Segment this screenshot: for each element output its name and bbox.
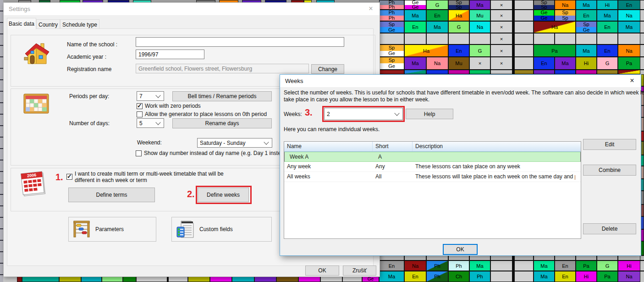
chevron-down-icon [155,120,160,125]
help-button[interactable]: Help [406,109,453,119]
weeks-description-line1: Select the number of weeks. This is usef… [284,89,644,96]
timetable-cell: Pa [597,271,618,282]
weekend-select[interactable]: Saturday - Sunday [197,138,272,148]
allow-zero-period-checkbox[interactable] [137,111,143,117]
timetable-cell: PhPh [379,10,404,21]
chevron-down-icon [264,139,269,144]
grid-line [379,0,644,0]
timetable-cell: Ha [534,21,576,33]
day-number-label: Show day number instead of day name (e.g… [144,150,292,156]
timetable-cell [490,70,512,74]
number-of-days-select[interactable]: 5 [137,118,164,128]
tab-schedule-type[interactable]: Schedule type [60,19,99,29]
weeks-count-select[interactable]: 2 [324,108,403,120]
weekend-label: Weekend: [137,139,162,146]
weeks-table-body: Week AAWeek BBAny weekAnyThese lessons c… [284,152,581,182]
timetable-cell-top: Ph [380,10,404,16]
table-row[interactable]: Any weekAnyThese lessons can take place … [284,162,581,172]
table-cell-short: Any [373,162,413,171]
timetable-cell-bottom: Ge [380,51,404,57]
timetable-cell: En [597,44,618,57]
change-button[interactable]: Change [311,64,344,74]
timetable-cell: Mu [469,10,490,21]
column-header-short[interactable]: Short [373,142,413,151]
tab-basic-data[interactable]: Basic data [7,18,36,29]
academic-year-input[interactable]: 1996/97 [136,50,204,59]
chevron-down-icon [155,93,160,98]
timetable-cell: Ma [597,10,618,21]
multiweek-checkbox[interactable] [66,174,72,180]
define-weeks-button[interactable]: Define weeks [198,188,249,202]
timetable-cell-bottom: Ge [534,16,554,21]
timetable-cell [597,70,618,74]
define-terms-button[interactable]: Define terms [68,188,155,202]
table-row[interactable]: All weeksAllThese lessons will take plac… [284,172,581,182]
periods-per-day-select[interactable]: 7 [137,91,164,101]
timetable-cell: En [576,10,597,21]
timetable-cell: SpGe [379,21,404,33]
timetable-cell [534,33,555,44]
bell-times-button[interactable]: Bell times / Rename periods [172,91,272,101]
timetable-cell: Ma [555,57,576,70]
timetable-cell: Ma [469,260,490,271]
zero-periods-checkbox[interactable] [137,103,143,109]
timetable-cell: SpSp [534,0,555,10]
timetable-cell: Pa [576,260,597,271]
grid-line [379,69,644,70]
school-name-input[interactable] [136,37,344,47]
grid-line [379,271,644,271]
custom-fields-icon [176,220,195,239]
timetable-cell: Ma [534,260,555,271]
timetable-cell [426,33,448,44]
number-of-days-value: 5 [139,120,143,127]
timetable-cell: Hi [576,271,597,282]
settings-ok-button[interactable]: OK [305,265,339,276]
timetable-cell [404,70,426,74]
timetable-cell-top: Sp [380,22,404,27]
delete-button[interactable]: Delete [583,223,636,234]
weeks-close-icon[interactable]: × [628,77,636,85]
weeks-title: Weeks [285,77,303,84]
table-cell-name: Week A [287,152,375,161]
column-header-name[interactable]: Name [284,142,373,151]
parameters-button[interactable]: Parameters [68,217,156,242]
registration-name-input: Greenfield school, Flowers street, Flowe… [136,64,309,73]
timetable-cell: Ph [426,271,448,282]
timetable-cell: Hi [618,260,640,271]
timetable-cell: Ma [576,44,597,57]
timetable-cell: En [379,260,404,271]
weeks-count-highlight: 2 [322,106,405,122]
zero-periods-label: Work with zero periods [145,103,201,109]
define-weeks-highlight: Define weeks [196,186,252,204]
settings-close-icon[interactable]: × [367,5,375,13]
table-cell-description: These lessons can take place on any week [413,162,575,171]
grid-line [379,33,644,33]
custom-fields-label: Custom fields [199,226,233,232]
table-cell-short: All [373,172,413,182]
day-number-checkbox[interactable] [136,150,142,156]
timetable-cell: Hi [597,0,618,10]
timetable-cell: Ma [404,57,426,70]
combine-button[interactable]: Combine [583,165,636,176]
edit-button[interactable]: Edit [583,139,636,150]
custom-fields-button[interactable]: Custom fields [171,217,272,242]
school-name-label: Name of the school : [67,41,117,48]
timetable-cell [514,260,534,271]
timetable-cell: G [448,21,469,33]
column-header-description[interactable]: Description [413,142,581,151]
timetable-cell: En [618,0,640,10]
settings-cancel-button[interactable]: Zrušiť [343,265,376,276]
timetable-cell: Ma [618,21,640,33]
timetable-cell [379,70,404,74]
timetable-cell: En [426,10,448,21]
timetable-cell [514,10,534,21]
weeks-ok-button[interactable]: OK [443,244,478,255]
rename-days-button[interactable]: Rename days [172,118,272,128]
timetable-cell: × [490,33,512,44]
multiweek-label-line2: different in each week or term [75,177,147,183]
timetable-cell: Hi [576,57,597,70]
timetable-cell: Na [469,21,490,33]
table-row[interactable]: Week AA [284,152,581,162]
timetable-cell: Na [618,271,640,282]
tab-country[interactable]: Country [36,19,60,29]
